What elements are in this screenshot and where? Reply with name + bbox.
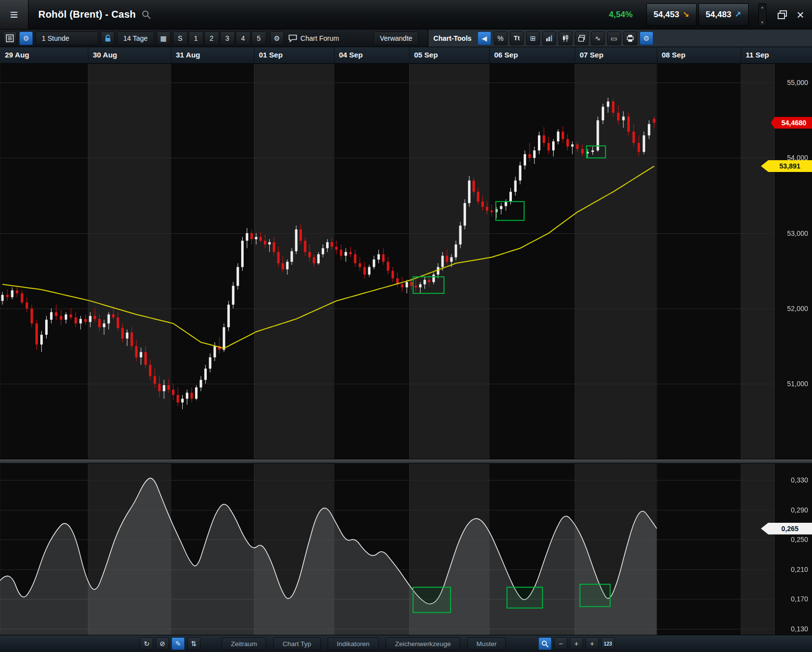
bottom-button-group: ZeitraumChart TypIndikatorenZeichenwerkz… [222,637,513,650]
chart-tools-label: Chart-Tools [433,34,472,42]
zoom-tool-icon[interactable] [538,637,552,650]
chart-forum-button[interactable]: Chart Forum [288,34,339,42]
hamburger-icon: ≡ [10,7,18,23]
date-label: 31 Aug [176,51,200,59]
price-axis-label: 55,000 [787,79,808,86]
title-bar: ≡ Rohöl (Brent) - Cash 4,54% 54,453 ↘ 54… [0,0,812,29]
gear-icon[interactable]: ⚙ [270,31,284,45]
interval-dropdown[interactable]: 1 Stunde [35,31,98,45]
sell-price-button[interactable]: 54,453 ↘ [646,3,697,26]
chart-settings-gear-icon[interactable]: ⚙ [19,31,33,45]
zoom-preset-button[interactable]: 4 [236,31,251,45]
date-separator [575,47,575,64]
price-axis-label: 51,000 [787,380,808,388]
zeichenwerkzeuge-button[interactable]: Zeichenwerkzeuge [386,637,460,650]
zoom-preset-button[interactable]: 5 [252,31,266,45]
indicator-axis-label: 0,290 [791,506,808,514]
zoom-out-button[interactable]: − [554,637,567,650]
buy-price-button[interactable]: 54,483 ↗ [699,3,749,26]
draw-pencil-icon[interactable]: ✎ [171,637,185,650]
panel-splitter[interactable] [0,459,812,464]
spinner-up-icon: ▲ [760,5,764,9]
chart-options-gear-icon[interactable]: ⚙ [640,31,653,45]
indicator-value-tag: 0,265 [761,523,812,535]
last-price-tag: 54,4680 [771,117,812,129]
hide-drawings-icon[interactable]: ⊘ [156,637,169,650]
gridlines-icon[interactable]: ⊞ [526,31,540,45]
indicator-canvas[interactable] [0,464,774,635]
popout-window-icon[interactable] [777,10,788,20]
date-separator [254,47,254,64]
watchlist-icon[interactable] [3,31,17,45]
close-icon[interactable]: × [797,8,804,21]
instrument-title: Rohöl (Brent) - Cash [38,9,136,20]
print-icon[interactable] [623,31,637,45]
text-tool-icon[interactable]: Tt [510,31,524,45]
zoom-preset-button[interactable]: 3 [220,31,235,45]
zoom-preset-button[interactable]: S [173,31,188,45]
indicator-axis-label: 0,130 [791,625,808,633]
main-chart-canvas[interactable] [0,64,774,459]
shapes-icon[interactable]: ▭ [607,31,621,45]
date-label: 05 Sep [414,51,438,59]
date-label: 08 Sep [662,51,685,59]
zoom-in-button[interactable]: + [570,637,583,650]
crosshair-icon[interactable]: + [586,637,599,650]
date-separator [171,47,171,64]
menu-button[interactable]: ≡ [0,0,28,29]
price-axis-label: 53,000 [787,229,808,237]
indicator-axis-label: 0,250 [791,536,808,543]
indicator-axis[interactable]: 0,265 0,3300,2900,2500,2100,1700,130 [774,464,812,635]
bottom-toolbar: ↻ ⊘ ✎ ⇅ ZeitraumChart TypIndikatorenZeic… [0,635,812,652]
price-axis-label: 52,000 [787,305,808,312]
price-axis[interactable]: 54,4680 53,891 55,00054,00053,00052,0005… [774,64,812,459]
date-label: 29 Aug [5,51,29,59]
speech-bubble-icon [288,34,297,42]
candlestick-type-icon[interactable] [559,31,572,45]
buy-price: 54,483 [706,10,731,20]
ma-price-tag: 53,891 [761,160,812,172]
spinner-down-icon: ▼ [760,21,764,24]
date-label: 30 Aug [93,51,117,59]
values-readout-icon[interactable]: 123 [601,637,615,650]
date-separator [657,47,657,64]
verwandte-button[interactable]: Verwandte [373,31,419,45]
percent-scale-icon[interactable]: % [494,31,507,45]
refresh-icon[interactable]: ↻ [140,637,153,650]
compare-windows-icon[interactable] [575,31,588,45]
zoom-preset-button[interactable]: 1 [189,31,203,45]
date-separator [741,47,741,64]
chart-toolbar: ⚙ 1 Stunde 14 Tage ▦ S12345 ⚙ Chart Foru… [0,29,812,47]
indicator-axis-label: 0,330 [791,476,808,484]
back-arrow-icon[interactable]: ◀ [477,31,491,45]
lock-icon[interactable] [101,31,114,45]
date-separator [489,47,490,64]
chart-forum-label: Chart Forum [301,34,339,42]
zoom-preset-button[interactable]: 2 [204,31,219,45]
change-percent: 4,54% [609,10,633,20]
autoscale-icon[interactable] [542,31,556,45]
date-label: 01 Sep [259,51,282,59]
price-up-arrow-icon: ↗ [735,10,741,19]
price-down-arrow-icon: ↘ [683,10,689,19]
indicator-axis-label: 0,210 [791,566,808,573]
indicator-wave-icon[interactable]: ∿ [591,31,605,45]
indikatoren-button[interactable]: Indikatoren [328,637,379,650]
sell-price: 54,453 [654,10,679,20]
muster-button[interactable]: Muster [467,637,506,650]
date-separator [334,47,335,64]
indicator-axis-label: 0,170 [791,595,808,603]
calendar-icon[interactable]: ▦ [157,31,170,45]
collapse-panels-icon[interactable]: ⇅ [187,637,200,650]
zeitraum-button[interactable]: Zeitraum [222,637,266,650]
date-label: 07 Sep [580,51,603,59]
zoom-preset-group: S12345 [173,31,267,45]
price-ladder-spinner[interactable]: ▲ ▼ [758,3,766,26]
range-button[interactable]: 14 Tage [117,31,154,45]
date-label: 06 Sep [494,51,518,59]
date-label: 04 Sep [339,51,363,59]
chart-typ-button[interactable]: Chart Typ [273,637,320,650]
date-axis[interactable]: 29 Aug30 Aug31 Aug01 Sep04 Sep05 Sep06 S… [0,47,812,64]
zoom-controls: − + + 123 [538,637,617,650]
search-icon[interactable] [141,10,151,20]
